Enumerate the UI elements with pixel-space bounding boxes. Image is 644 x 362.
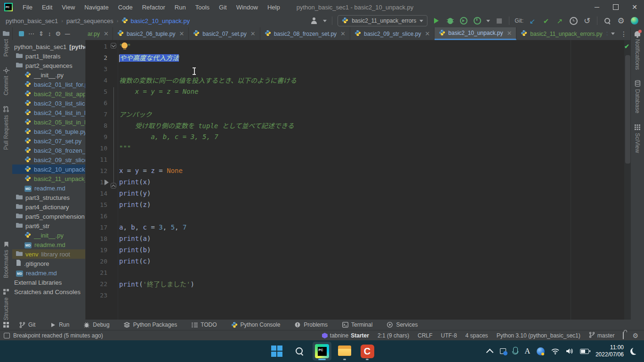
tree-item-part4_dictionary[interactable]: part4_dictionary	[12, 202, 85, 212]
taskbar-clock[interactable]: 11:00 2022/07/06	[596, 344, 624, 358]
panel-settings-gear-icon[interactable]: ⚙	[55, 31, 61, 37]
tree-item-basic2_03_list_slice-py[interactable]: basic2_03_list_slice.py	[12, 99, 85, 108]
git-push-button[interactable]: ↗	[555, 16, 564, 25]
profiler-dropdown-chevron-icon[interactable]	[486, 20, 490, 22]
line-number[interactable]: 22	[86, 280, 109, 288]
tab-close-icon[interactable]: ✕	[340, 30, 346, 37]
breadcrumb-item[interactable]: part2_sequences	[66, 17, 113, 25]
line-number[interactable]: 14	[86, 190, 109, 197]
menu-help[interactable]: Help	[263, 2, 284, 12]
status-tabnine[interactable]: tabnineStarter	[322, 332, 369, 339]
tree-item-readme-md[interactable]: MDreadme.md	[12, 240, 85, 249]
code-text[interactable]: 複数の変数に同一の値を投入するとき、以下のように書ける	[118, 75, 297, 85]
toolwindow-todo[interactable]: TODO	[191, 321, 217, 328]
stripe-item-bookmarks[interactable]: Bookmarks	[3, 238, 9, 281]
toolwindow-debug[interactable]: Debug	[83, 321, 109, 328]
editor-line-1[interactable]: 1"""	[86, 41, 624, 52]
maximize-button[interactable]	[606, 0, 625, 14]
tool-window-layout-icon[interactable]	[0, 320, 12, 330]
tab-basic2_10_unpack-py[interactable]: basic2_10_unpack.py✕	[435, 27, 516, 40]
tree-item-basic2_04_list_in_list-py[interactable]: basic2_04_list_in_list.py	[12, 108, 85, 117]
editor-line-7[interactable]: 7アンパック	[86, 108, 624, 120]
pycharm-logo-icon[interactable]: PC	[4, 3, 13, 11]
line-number[interactable]: 15	[86, 201, 109, 208]
tree-item-basic2_06_tuple-py[interactable]: basic2_06_tuple.py	[12, 127, 85, 136]
explorer-taskbar-icon[interactable]	[335, 342, 354, 361]
user-dropdown-chevron-icon[interactable]	[323, 20, 327, 22]
editor-line-13[interactable]: 13print(x)	[86, 176, 624, 188]
status-crlf[interactable]: CRLF	[418, 332, 432, 339]
menu-window[interactable]: Window	[232, 2, 262, 12]
line-number[interactable]: 7	[86, 111, 109, 118]
dropbox-icon[interactable]	[499, 348, 507, 354]
debug-button[interactable]	[445, 16, 455, 25]
status-2-1-9-chars-[interactable]: 2:1 (9 chars)	[378, 332, 409, 339]
git-update-button[interactable]: ↙	[528, 16, 537, 25]
tree-item-part6_str[interactable]: part6_str	[12, 221, 85, 230]
code-editor[interactable]: 1"""2やや高度な代入方法34複数の変数に同一の値を投入するとき、以下のように…	[86, 40, 631, 320]
line-number[interactable]: 11	[86, 156, 109, 163]
profiler-button[interactable]	[473, 16, 482, 25]
chevron-down-icon[interactable]	[611, 33, 615, 35]
pycharm-taskbar-icon[interactable]: PC	[313, 342, 331, 361]
stripe-item-commit[interactable]: Commit	[3, 64, 9, 98]
tree-item-basic2_08_frozen_set-p[interactable]: basic2_08_frozen_set.p	[12, 146, 85, 155]
tree-item-__init__-py[interactable]: __init__.py	[12, 230, 85, 240]
settings-gear-button[interactable]: ⚙	[616, 16, 626, 25]
tree-item-basic2_11_unpack_erro[interactable]: basic2_11_unpack_erro	[12, 174, 85, 183]
coverage-button[interactable]	[459, 16, 468, 25]
expand-all-icon[interactable]: ⇕	[39, 31, 44, 37]
start-button[interactable]	[267, 342, 286, 361]
editor-line-3[interactable]: 3	[86, 63, 624, 74]
tree-item-basic2_07_set-py[interactable]: basic2_07_set.py	[12, 136, 85, 146]
tab-basic2_08_frozen_set-py[interactable]: basic2_08_frozen_set.py✕	[260, 27, 350, 40]
code-text[interactable]: print(a)	[118, 235, 151, 242]
editor-line-8[interactable]: 8 受け取り側の変数を tuple として並べて記述できる	[86, 120, 624, 131]
stripe-item-pull-requests[interactable]: Pull Requests	[3, 103, 9, 153]
tree-item-basic2_02_list_append-[interactable]: basic2_02_list_append.	[12, 89, 85, 99]
tab-ar-py[interactable]: ar.py✕	[86, 27, 113, 40]
editor-line-18[interactable]: 18print(a)	[86, 233, 624, 244]
code-text[interactable]: print(x)	[118, 178, 151, 186]
code-text[interactable]: 受け取り側の変数を tuple として並べて記述できる	[118, 121, 294, 130]
scrollbar-thumb[interactable]	[625, 55, 630, 164]
stop-button[interactable]	[494, 16, 504, 25]
editor-line-11[interactable]: 11	[86, 154, 624, 165]
tree-item-External-Libraries[interactable]: External Libraries	[12, 278, 85, 287]
status-lock-icon[interactable]	[623, 332, 624, 339]
kebab-menu-icon[interactable]: ⋮	[620, 30, 627, 38]
tree-item-basic2_01_list_for-py[interactable]: basic2_01_list_for.py	[12, 80, 85, 89]
status-python-3-10-python-basic-sec1-[interactable]: Python 3.10 (python_basic_sec1)	[497, 332, 580, 339]
stripe-item-notifications[interactable]: Notifications	[634, 27, 641, 73]
line-number[interactable]: 20	[86, 258, 109, 265]
microphone-icon[interactable]	[513, 347, 518, 355]
toolwindow-terminal[interactable]: Terminal	[342, 321, 372, 328]
line-number[interactable]: 5	[86, 88, 109, 95]
editor-line-23[interactable]: 23	[86, 289, 624, 301]
line-number[interactable]: 18	[86, 235, 109, 242]
tree-item-readme-md[interactable]: MDreadme.md	[12, 183, 85, 193]
tab-basic2_06_tuple-py[interactable]: basic2_06_tuple.py✕	[113, 27, 189, 40]
line-number[interactable]: 17	[86, 224, 109, 231]
fold-marker-open[interactable]	[111, 43, 116, 49]
menu-code[interactable]: Code	[114, 2, 137, 12]
menu-git[interactable]: Git	[215, 2, 231, 12]
editor-line-16[interactable]: 16	[86, 210, 624, 222]
git-commit-button[interactable]: ✔	[541, 16, 551, 25]
code-text[interactable]: print('終了しました')	[118, 279, 194, 288]
tray-expand-chevron-icon[interactable]	[487, 348, 492, 355]
editor-line-14[interactable]: 14print(y)	[86, 188, 624, 199]
code-text[interactable]: print(y)	[118, 189, 151, 197]
line-number[interactable]: 3	[86, 66, 109, 73]
collapse-all-icon[interactable]: ↕	[48, 31, 51, 37]
editor-line-2[interactable]: 2やや高度な代入方法	[86, 52, 624, 63]
battery-icon[interactable]	[580, 349, 589, 354]
tree-item-part5_comprehension[interactable]: part5_comprehension	[12, 212, 85, 221]
tree-item-basic2_10_unpack-py[interactable]: basic2_10_unpack.py	[12, 165, 85, 174]
line-number[interactable]: 2	[86, 54, 109, 61]
minimize-button[interactable]: ─	[588, 0, 606, 14]
history-button[interactable]	[569, 16, 578, 25]
tree-item-part3_structures[interactable]: part3_structures	[12, 193, 85, 202]
code-text[interactable]: a, b, c = 3, 5, 7	[118, 223, 186, 231]
status-utf-8[interactable]: UTF-8	[441, 332, 457, 339]
